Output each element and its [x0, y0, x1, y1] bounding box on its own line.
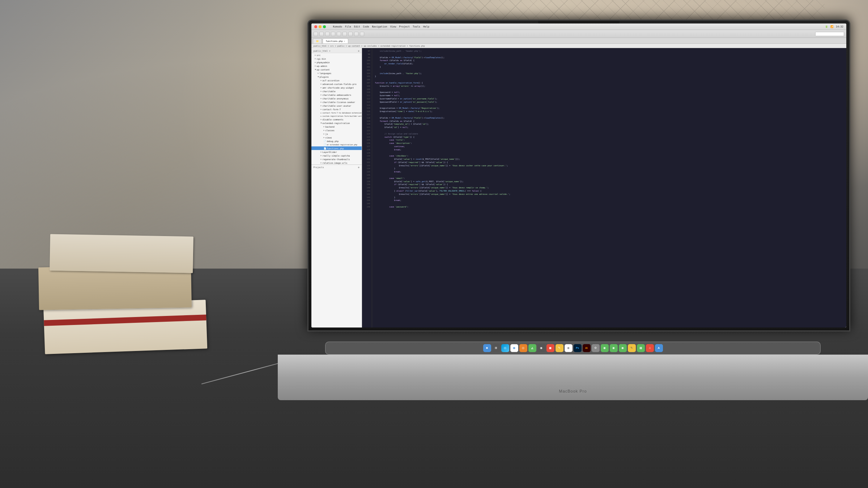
numbers-icon: ▦ — [639, 346, 642, 350]
dock: ☻ ⊞ ◎ ◉ ◎ ◭ ◉ ▦ ✎ ◉ Ps A — [325, 342, 821, 355]
dock-itunes[interactable]: ♫ — [646, 344, 654, 352]
tree-item[interactable]: ▶ custom-registration-form-builder-with-… — [311, 114, 362, 117]
tree-item-extended-reg[interactable]: ▼ extended-registration — [311, 121, 362, 125]
dock-firefox[interactable]: ◎ — [519, 344, 527, 352]
menu-project[interactable]: Project — [399, 25, 410, 28]
dock-wechat[interactable]: ◉ — [619, 344, 627, 352]
menu-code[interactable]: Code — [363, 25, 369, 28]
dock-numbers[interactable]: ▦ — [637, 344, 645, 352]
minimize-button[interactable] — [319, 25, 322, 28]
projects-settings-icon[interactable]: ⚙ — [358, 166, 359, 168]
tree-item-label: views — [326, 136, 332, 139]
tree-item[interactable]: ▶ src — [311, 53, 362, 57]
tree-item-label: LayerSlider — [323, 151, 337, 153]
menu-navigation[interactable]: Navigation — [372, 25, 387, 28]
tree-item[interactable]: ▶ contact-form-7 — [311, 107, 362, 111]
menu-help[interactable]: Help — [423, 25, 429, 28]
tree-item[interactable]: ▶ charitable-user-avatar — [311, 104, 362, 107]
dock-maps[interactable]: ◭ — [528, 344, 536, 352]
ide-toolbar — [311, 30, 846, 38]
dock-calendar[interactable]: ▦ — [546, 344, 554, 352]
arrow-icon: ▶ — [321, 154, 322, 157]
code-area: 979899100101 102103104105106 10710810911… — [362, 48, 846, 328]
menu-view[interactable]: View — [390, 25, 396, 28]
toolbar-debug[interactable] — [337, 32, 341, 36]
tree-item[interactable]: ▶ really-simple-captcha — [311, 154, 362, 157]
tree-item-label: custom-registration-form-builder-with-su… — [323, 115, 362, 117]
tab-functions-php[interactable]: functions.php × — [323, 38, 349, 43]
arrow-icon: ▶ — [315, 61, 316, 63]
tree-item[interactable]: ▶ charitable-ambassadors — [311, 93, 362, 97]
tree-item-wp-content[interactable]: ▼ wp-content — [311, 68, 362, 71]
toolbar-stop[interactable] — [325, 32, 329, 36]
tree-item[interactable]: ▶ cgi-bin — [311, 57, 362, 60]
tree-item[interactable]: ▶ js — [311, 132, 362, 136]
dock-camera[interactable]: ◉ — [537, 344, 545, 352]
toolbar-settings[interactable] — [360, 32, 364, 36]
menu-right: 🔋 📶 14:32 — [825, 25, 843, 28]
code-editor[interactable]: 979899100101 102103104105106 10710810911… — [362, 48, 846, 328]
menu-edit[interactable]: Edit — [354, 25, 360, 28]
dock-photoshop[interactable]: Ps — [574, 344, 582, 352]
dock-systemprefs[interactable]: ⚙ — [592, 344, 600, 352]
tree-item[interactable]: ▶ languages — [311, 71, 362, 75]
tree-item-label: charitable-user-avatar — [323, 104, 351, 107]
tree-settings-icon[interactable]: ⚙ — [358, 50, 359, 52]
dock-photos[interactable]: ◉ — [565, 344, 573, 352]
tree-header[interactable]: public_html ▾ ⚙ — [311, 49, 362, 53]
dock-chrome[interactable]: ◉ — [510, 344, 518, 352]
tree-item[interactable]: ▶ phpmyadmin — [311, 60, 362, 64]
tab-close[interactable]: × — [344, 40, 345, 42]
tree-item[interactable]: ▶ contact-form-7-to-database-extension — [311, 111, 362, 114]
toolbar-run[interactable] — [331, 32, 335, 36]
dock-illustrator[interactable]: Ai — [583, 344, 591, 352]
tab-project[interactable]: 📁 — [313, 38, 322, 43]
tree-item[interactable]: ▶ relative-image-urls — [311, 161, 362, 164]
toolbar-search[interactable] — [815, 32, 844, 36]
arrow-icon: ▶ — [315, 65, 316, 67]
tree-item[interactable]: ▶ charitable-anonymous — [311, 97, 362, 100]
tree-item[interactable]: ▶ classes — [311, 128, 362, 132]
firefox-icon: ◎ — [522, 346, 524, 350]
tree-item[interactable]: ▶ advanced-custom-fields-pro — [311, 82, 362, 86]
menu-file[interactable]: File — [345, 25, 351, 28]
toolbar-new[interactable] — [342, 32, 347, 36]
tree-item[interactable]: ▶ amr-shortcode-any-widget — [311, 86, 362, 89]
toolbar-forward[interactable] — [319, 32, 324, 36]
tree-item[interactable]: ▶ disable-comments — [311, 117, 362, 121]
menu-tools[interactable]: Tools — [413, 25, 420, 28]
illustrator-icon: Ai — [585, 347, 588, 349]
finder-icon: ☻ — [485, 346, 488, 350]
tree-item[interactable]: ▶ views — [311, 136, 362, 139]
dock-messages[interactable]: ◉ — [610, 344, 618, 352]
arrow-icon: ▶ — [321, 86, 322, 89]
dock-safari[interactable]: ◎ — [501, 344, 509, 352]
dock-facetime[interactable]: ◉ — [601, 344, 609, 352]
toolbar-back[interactable] — [314, 32, 318, 36]
tree-item-er-php[interactable]: 📄 er-extended-registration.php — [311, 143, 362, 146]
tree-item[interactable]: ▶ charitable — [311, 89, 362, 93]
dock-notes[interactable]: ✎ — [556, 344, 563, 352]
tree-item-plugins[interactable]: ▼ plugins — [311, 75, 362, 78]
tree-item[interactable]: ▶ backend — [311, 125, 362, 128]
tree-item-debug[interactable]: 📄 debug.php — [311, 139, 362, 143]
maps-icon: ◭ — [531, 346, 533, 350]
arrow-icon: ▶ — [321, 118, 322, 120]
tree-item[interactable]: ▶ wp-admin — [311, 64, 362, 68]
tree-item[interactable]: ▶ charitable-license-seeker — [311, 100, 362, 104]
arrow-icon: ▶ — [321, 112, 322, 114]
dock-finder[interactable]: ☻ — [483, 344, 491, 352]
maximize-button[interactable] — [323, 25, 326, 28]
dock-appstore[interactable]: A — [655, 344, 663, 352]
tree-item[interactable]: ▶ regenerate-thumbnails — [311, 157, 362, 161]
menu-komodo[interactable]: Komodo — [333, 25, 342, 28]
dock-stickies[interactable]: ✎ — [628, 344, 636, 352]
tree-item[interactable]: ▶ LayerSlider — [311, 150, 362, 154]
tree-item[interactable]: ▶ acf-accordion — [311, 78, 362, 82]
dock-launchpad[interactable]: ⊞ — [492, 344, 500, 352]
toolbar-open[interactable] — [348, 32, 353, 36]
tree-item-functions-php[interactable]: 📄 functions.php — [311, 146, 362, 150]
close-button[interactable] — [314, 25, 317, 28]
book-strap — [44, 314, 207, 326]
toolbar-save[interactable] — [354, 32, 358, 36]
